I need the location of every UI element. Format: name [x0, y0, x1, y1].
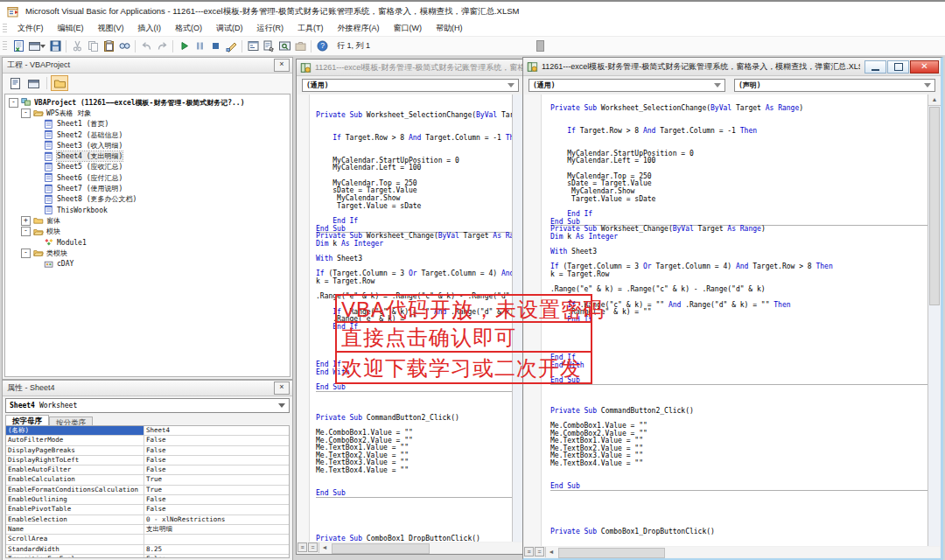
scroll-left-icon[interactable]: ◄ [546, 547, 556, 557]
tree-item[interactable]: -类模块 [5, 248, 290, 258]
tree-item[interactable]: Module1 [5, 237, 290, 248]
tree-item[interactable]: Sheet2 (基础信息) [5, 130, 290, 140]
object-combo[interactable]: (通用) [528, 79, 725, 92]
property-value[interactable]: 0 - xlNoRestrictions [144, 515, 289, 524]
property-row[interactable]: TransitionExpEvalFalse [6, 555, 289, 558]
properties-panel-header[interactable]: 属性 - Sheet4 × [3, 381, 292, 396]
tree-item[interactable]: Sheet7 (使用说明) [5, 183, 290, 193]
scroll-up-icon[interactable]: ▲ [928, 94, 941, 106]
menu-item[interactable]: 插入(I) [131, 21, 169, 36]
undo-icon[interactable] [138, 38, 154, 53]
property-value[interactable]: 8.25 [144, 545, 289, 554]
property-value[interactable]: False [144, 555, 289, 558]
code-editor-right[interactable]: Private Sub Worksheet_SelectionChange(By… [524, 94, 928, 546]
paste-icon[interactable] [101, 38, 116, 53]
property-value[interactable]: 支出明细 [144, 525, 289, 534]
property-value[interactable]: True [144, 475, 289, 484]
tree-item[interactable]: Sheet8 (更多办公文档) [5, 194, 290, 205]
property-row[interactable]: (名称)Sheet4 [6, 426, 289, 436]
break-icon[interactable] [192, 38, 207, 53]
cut-icon[interactable] [69, 38, 85, 53]
collapse-icon[interactable]: - [21, 108, 31, 118]
property-value[interactable] [144, 535, 289, 543]
code-window-left-titlebar[interactable]: 11261---excel模板-财务管理-极简式财务记账管理系统，窗格录入，模糊… [297, 60, 524, 76]
property-row[interactable]: DisplayRightToLeftFalse [6, 456, 289, 466]
horizontal-scrollbar[interactable]: ◄ [318, 542, 523, 553]
tree-item[interactable]: Sheet3 (收入明细) [5, 140, 290, 150]
menu-drag-handle[interactable] [3, 24, 7, 34]
menu-item[interactable]: 编辑(E) [51, 21, 91, 36]
restore-button[interactable] [887, 60, 909, 74]
property-row[interactable]: EnableAutoFilterFalse [6, 466, 289, 475]
collapse-icon[interactable]: - [21, 248, 31, 258]
tree-item[interactable]: -VBAProject (11261——excel模板-财务管理-极简式财务记?… [5, 97, 290, 108]
menu-item[interactable]: 外接程序(A) [331, 21, 387, 36]
property-row[interactable]: EnableFormatConditionsCalculationTrue [6, 486, 289, 495]
procedure-view-button[interactable]: = [308, 542, 318, 552]
procedure-view-button[interactable]: = [535, 547, 544, 556]
property-row[interactable]: EnableSelection0 - xlNoRestrictions [6, 515, 289, 525]
vertical-scrollbar[interactable]: ▲ [928, 94, 941, 546]
tree-item[interactable]: ThisWorkbook [5, 205, 290, 215]
tree-item[interactable]: Sheet4 (支出明细) [5, 150, 290, 161]
view-excel-icon[interactable] [10, 38, 26, 53]
tree-item[interactable]: +窗体 [5, 215, 290, 226]
properties-object-selector[interactable]: Sheet4 Worksheet [5, 398, 290, 413]
redo-icon[interactable] [154, 38, 170, 53]
property-value[interactable]: True [144, 486, 289, 494]
main-title-bar[interactable]: Microsoft Visual Basic for Applications … [0, 2, 945, 21]
property-value[interactable]: False [144, 505, 289, 514]
menu-item[interactable]: 文件(F) [10, 21, 51, 36]
tree-item[interactable]: Sheet1 (首页) [5, 119, 290, 130]
view-code-icon[interactable] [6, 75, 24, 91]
toolbox-icon[interactable] [292, 38, 308, 53]
find-icon[interactable] [116, 38, 132, 53]
expand-icon[interactable]: + [21, 216, 31, 226]
toggle-folders-icon[interactable] [51, 75, 68, 91]
menu-item[interactable]: 调试(D) [209, 21, 250, 36]
code-editor-left[interactable]: Private Sub Worksheet_SelectionChange(By… [298, 94, 512, 542]
property-value[interactable]: False [144, 495, 289, 504]
toolbar-drag-handle[interactable] [3, 41, 7, 52]
view-object-icon[interactable] [24, 75, 42, 91]
property-row[interactable]: AutoFilterModeFalse [6, 436, 289, 445]
property-value[interactable]: False [144, 446, 289, 455]
scroll-left-icon[interactable]: ◄ [319, 542, 330, 553]
properties-panel-close-icon[interactable]: × [274, 382, 290, 395]
minimize-button[interactable] [864, 60, 886, 74]
code-window-right-titlebar[interactable]: 11261---excel模板-财务管理-极简式财务记账管理系统，窗格录入，模糊… [523, 58, 941, 76]
tree-item[interactable]: cDAY [5, 258, 290, 269]
properties-grid[interactable]: (名称)Sheet4AutoFilterModeFalseDisplayPage… [5, 425, 290, 558]
menu-item[interactable]: 视图(V) [91, 21, 131, 36]
property-value[interactable]: False [144, 436, 289, 444]
chevron-down-icon[interactable] [40, 45, 46, 48]
menu-item[interactable]: 运行(R) [250, 21, 291, 36]
property-row[interactable]: ScrollArea [6, 535, 289, 544]
procedure-combo[interactable]: (声明) [734, 79, 935, 92]
menu-item[interactable]: 工具(T) [290, 21, 331, 36]
design-mode-icon[interactable] [223, 38, 239, 53]
run-icon[interactable] [176, 38, 192, 53]
property-value[interactable]: Sheet4 [144, 426, 289, 435]
properties-window-icon[interactable] [261, 38, 276, 53]
close-button[interactable]: ✕ [910, 60, 939, 74]
menu-item[interactable]: 窗口(W) [387, 21, 430, 36]
tree-item[interactable]: -模块 [5, 227, 290, 237]
save-icon[interactable] [47, 38, 63, 53]
collapse-icon[interactable]: - [21, 227, 31, 236]
project-tree[interactable]: -VBAProject (11261——excel模板-财务管理-极简式财务记?… [4, 94, 290, 377]
copy-icon[interactable] [85, 38, 101, 53]
property-value[interactable]: False [144, 456, 289, 465]
project-panel-header[interactable]: 工程 - VBAProject × [3, 58, 292, 74]
tree-item[interactable]: Sheet6 (应付汇总) [5, 172, 290, 183]
tree-item[interactable]: -WPS表格 对象 [5, 108, 290, 118]
full-view-button[interactable]: ≡ [524, 547, 534, 556]
property-row[interactable]: Name支出明细 [6, 525, 289, 535]
collapse-icon[interactable]: - [9, 98, 18, 108]
tree-item[interactable]: Sheet5 (应收汇总) [5, 162, 290, 172]
property-row[interactable]: EnableOutliningFalse [6, 495, 289, 505]
toolbar-overflow-button[interactable] [536, 40, 544, 52]
property-value[interactable]: False [144, 466, 289, 474]
menu-item[interactable]: 格式(O) [168, 21, 209, 36]
property-row[interactable]: EnablePivotTableFalse [6, 505, 289, 514]
